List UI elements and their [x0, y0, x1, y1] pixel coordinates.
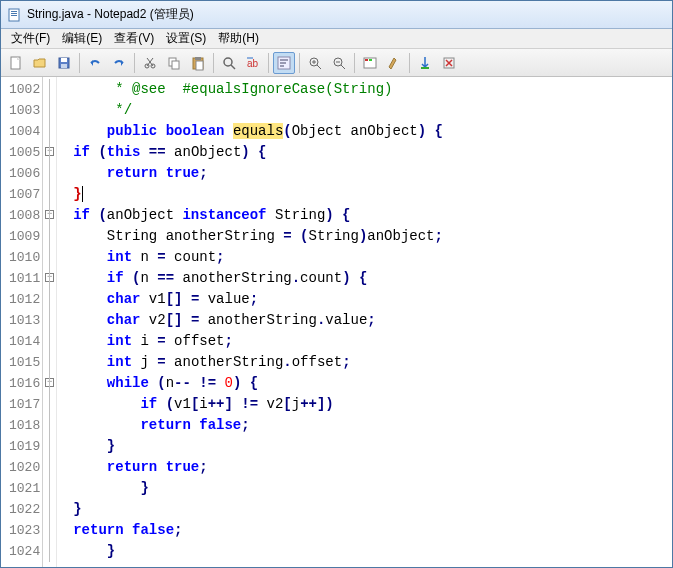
- fold-margin[interactable]: −−−−: [43, 77, 57, 568]
- menubar: 文件(F) 编辑(E) 查看(V) 设置(S) 帮助(H): [1, 29, 672, 49]
- code-line[interactable]: int i = offset;: [73, 331, 672, 352]
- code-line[interactable]: int j = anotherString.offset;: [73, 352, 672, 373]
- line-number: 1003: [9, 100, 40, 121]
- line-number: 1019: [9, 436, 40, 457]
- svg-text:ab: ab: [247, 58, 259, 69]
- svg-rect-23: [421, 67, 429, 69]
- zoomin-button[interactable]: [304, 52, 326, 74]
- line-number: 1016: [9, 373, 40, 394]
- code-line[interactable]: while (n-- != 0) {: [73, 373, 672, 394]
- svg-rect-14: [196, 61, 203, 70]
- line-number: 1012: [9, 289, 40, 310]
- toolbar: ab: [1, 49, 672, 77]
- open-button[interactable]: [29, 52, 51, 74]
- code-line[interactable]: if (anObject instanceof String) {: [73, 205, 672, 226]
- separator: [213, 53, 214, 73]
- paste-button[interactable]: [187, 52, 209, 74]
- copy-button[interactable]: [163, 52, 185, 74]
- wordwrap-button[interactable]: [273, 52, 295, 74]
- separator: [299, 53, 300, 73]
- line-number: 1015: [9, 352, 40, 373]
- separator: [268, 53, 269, 73]
- code-line[interactable]: if (this == anObject) {: [73, 142, 672, 163]
- svg-rect-22: [369, 59, 372, 61]
- line-number: 1017: [9, 394, 40, 415]
- redo-button[interactable]: [108, 52, 130, 74]
- line-number: 1020: [9, 457, 40, 478]
- ontop-button[interactable]: [414, 52, 436, 74]
- code-line[interactable]: return false;: [73, 520, 672, 541]
- code-line[interactable]: if (v1[i++] != v2[j++]): [73, 394, 672, 415]
- save-button[interactable]: [53, 52, 75, 74]
- menu-file[interactable]: 文件(F): [5, 28, 56, 49]
- replace-button[interactable]: ab: [242, 52, 264, 74]
- code-line[interactable]: */: [73, 100, 672, 121]
- line-number: 1024: [9, 541, 40, 562]
- line-number: 1010: [9, 247, 40, 268]
- svg-rect-13: [195, 57, 201, 60]
- editor[interactable]: 1002100310041005100610071008100910101011…: [1, 77, 672, 568]
- code-line[interactable]: if (n == anotherString.count) {: [73, 268, 672, 289]
- code-line[interactable]: * @see #equalsIgnoreCase(String): [73, 79, 672, 100]
- code-line[interactable]: public boolean equals(Object anObject) {: [73, 121, 672, 142]
- line-number: 1023: [9, 520, 40, 541]
- code-line[interactable]: return true;: [73, 163, 672, 184]
- cut-button[interactable]: [139, 52, 161, 74]
- code-line[interactable]: }: [73, 478, 672, 499]
- window-title: String.java - Notepad2 (管理员): [27, 6, 194, 23]
- line-number: 1018: [9, 415, 40, 436]
- separator: [354, 53, 355, 73]
- undo-button[interactable]: [84, 52, 106, 74]
- separator: [79, 53, 80, 73]
- line-number: 1004: [9, 121, 40, 142]
- menu-help[interactable]: 帮助(H): [212, 28, 265, 49]
- separator: [134, 53, 135, 73]
- code-line[interactable]: return false;: [73, 415, 672, 436]
- svg-rect-7: [61, 64, 67, 68]
- line-number: 1002: [9, 79, 40, 100]
- new-button[interactable]: [5, 52, 27, 74]
- menu-edit[interactable]: 编辑(E): [56, 28, 108, 49]
- code-line[interactable]: }: [73, 184, 672, 205]
- line-number: 1008: [9, 205, 40, 226]
- svg-point-15: [224, 58, 232, 66]
- line-number: 1022: [9, 499, 40, 520]
- svg-rect-11: [172, 61, 179, 69]
- code-line[interactable]: }: [73, 499, 672, 520]
- line-gutter: 1002100310041005100610071008100910101011…: [1, 77, 43, 568]
- menu-settings[interactable]: 设置(S): [160, 28, 212, 49]
- code-line[interactable]: char v1[] = value;: [73, 289, 672, 310]
- titlebar: String.java - Notepad2 (管理员): [1, 1, 672, 29]
- line-number: 1021: [9, 478, 40, 499]
- svg-rect-21: [365, 59, 368, 61]
- code-line[interactable]: }: [73, 541, 672, 562]
- svg-rect-2: [11, 13, 17, 14]
- code-line[interactable]: char v2[] = anotherString.value;: [73, 310, 672, 331]
- find-button[interactable]: [218, 52, 240, 74]
- exit-button[interactable]: [438, 52, 460, 74]
- scheme-button[interactable]: [359, 52, 381, 74]
- separator: [409, 53, 410, 73]
- svg-rect-6: [61, 58, 67, 62]
- line-number: 1009: [9, 226, 40, 247]
- line-number: 1006: [9, 163, 40, 184]
- custom-button[interactable]: [383, 52, 405, 74]
- line-number: 1014: [9, 331, 40, 352]
- zoomout-button[interactable]: [328, 52, 350, 74]
- code-line[interactable]: String anotherString = (String)anObject;: [73, 226, 672, 247]
- line-number: 1013: [9, 310, 40, 331]
- svg-rect-3: [11, 15, 17, 16]
- code-line[interactable]: int n = count;: [73, 247, 672, 268]
- app-icon: [7, 7, 23, 23]
- line-number: 1007: [9, 184, 40, 205]
- code-line[interactable]: return true;: [73, 457, 672, 478]
- line-number: 1005: [9, 142, 40, 163]
- menu-view[interactable]: 查看(V): [108, 28, 160, 49]
- svg-rect-1: [11, 11, 17, 12]
- code-line[interactable]: }: [73, 436, 672, 457]
- code-area[interactable]: * @see #equalsIgnoreCase(String) */ publ…: [57, 77, 672, 568]
- line-number: 1011: [9, 268, 40, 289]
